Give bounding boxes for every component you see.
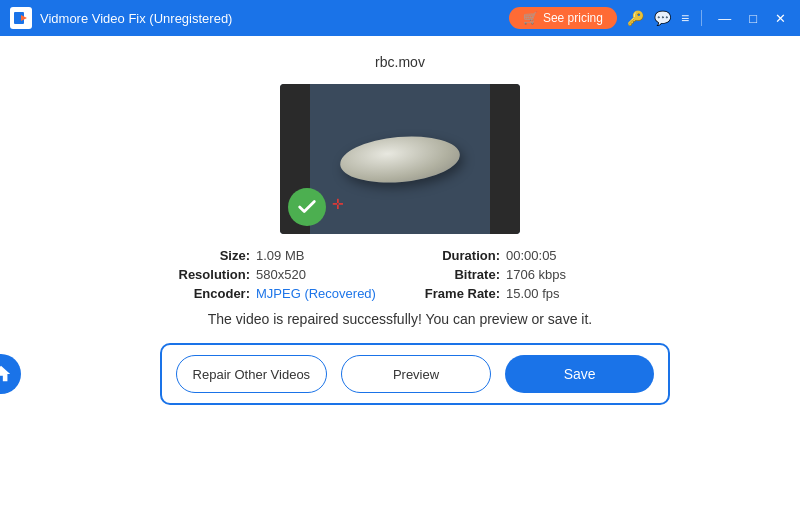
preview-button[interactable]: Preview [341, 355, 492, 393]
duration-value: 00:00:05 [506, 248, 557, 263]
info-grid: Size: 1.09 MB Duration: 00:00:05 Resolut… [170, 248, 630, 301]
maximize-button[interactable]: □ [745, 12, 761, 25]
success-message: The video is repaired successfully! You … [208, 311, 592, 327]
video-3d-shape [338, 131, 461, 186]
menu-icon[interactable]: ≡ [681, 10, 689, 26]
preview-label: Preview [393, 367, 439, 382]
repair-label: Repair Other Videos [193, 367, 311, 382]
separator [701, 10, 702, 26]
app-title: Vidmore Video Fix (Unregistered) [40, 11, 509, 26]
framerate-value: 15.00 fps [506, 286, 560, 301]
main-content: rbc.mov ✛ Size: 1.09 MB Duration: 00:00:… [0, 36, 800, 519]
titlebar: Vidmore Video Fix (Unregistered) 🛒 See p… [0, 0, 800, 36]
video-filename: rbc.mov [375, 54, 425, 70]
repair-other-videos-button[interactable]: Repair Other Videos [176, 355, 327, 393]
save-label: Save [564, 366, 596, 382]
framerate-label: Frame Rate: [420, 286, 500, 301]
close-button[interactable]: ✕ [771, 12, 790, 25]
resolution-row: Resolution: 580x520 [170, 267, 380, 282]
minimize-button[interactable]: — [714, 12, 735, 25]
video-preview: ✛ [280, 84, 520, 234]
bitrate-row: Bitrate: 1706 kbps [420, 267, 630, 282]
encoder-row: Encoder: MJPEG (Recovered) [170, 286, 380, 301]
bitrate-value: 1706 kbps [506, 267, 566, 282]
home-button[interactable] [0, 354, 21, 394]
duration-row: Duration: 00:00:05 [420, 248, 630, 263]
framerate-row: Frame Rate: 15.00 fps [420, 286, 630, 301]
encoder-value: MJPEG (Recovered) [256, 286, 376, 301]
success-circle [288, 188, 326, 226]
video-right-bar [490, 84, 520, 234]
resolution-value: 580x520 [256, 267, 306, 282]
cursor-mark: ✛ [332, 196, 344, 212]
pricing-button[interactable]: 🛒 See pricing [509, 7, 617, 29]
resolution-label: Resolution: [170, 267, 250, 282]
save-button[interactable]: Save [505, 355, 654, 393]
action-wrapper: Repair Other Videos Preview Save [35, 343, 795, 405]
encoder-label: Encoder: [170, 286, 250, 301]
chat-icon[interactable]: 💬 [654, 10, 671, 26]
bitrate-label: Bitrate: [420, 267, 500, 282]
app-logo [10, 7, 32, 29]
size-row: Size: 1.09 MB [170, 248, 380, 263]
size-label: Size: [170, 248, 250, 263]
cart-icon: 🛒 [523, 11, 538, 25]
video-inner: ✛ [280, 84, 520, 234]
titlebar-icons: 🔑 💬 ≡ — □ ✕ [627, 10, 790, 26]
duration-label: Duration: [420, 248, 500, 263]
key-icon[interactable]: 🔑 [627, 10, 644, 26]
pricing-label: See pricing [543, 11, 603, 25]
action-area: Repair Other Videos Preview Save [160, 343, 670, 405]
size-value: 1.09 MB [256, 248, 304, 263]
